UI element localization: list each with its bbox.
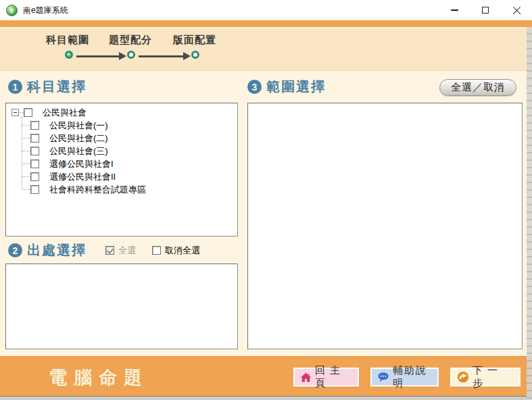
source-list-box[interactable] (5, 264, 238, 349)
chat-bubble-icon (377, 371, 389, 383)
select-all-label: 全選 (118, 245, 136, 257)
section-1-badge: 1 (8, 80, 22, 94)
step-arrow-line-2 (139, 55, 184, 57)
subject-tree-box[interactable]: 公民與社會 公民與社會(一) 公民與社會(二) 公民與社會(三) (5, 103, 238, 236)
section-1-title: 科目選擇 (27, 78, 87, 96)
tree-connector (22, 164, 30, 164)
subject-tree: 公民與社會 公民與社會(一) 公民與社會(二) 公民與社會(三) (6, 103, 237, 196)
home-button-label: 回主頁 (315, 364, 352, 390)
tree-item-label[interactable]: 選修公民與社會II (49, 171, 116, 183)
tree-item-label[interactable]: 社會科跨科整合試題專區 (49, 184, 146, 196)
section-2-badge: 2 (8, 243, 22, 257)
step-circle-3 (191, 51, 199, 59)
step-label-subject-range: 科目範圍 (46, 34, 89, 47)
header-accent-strip (0, 20, 532, 27)
section-3-badge: 3 (247, 80, 262, 94)
minimize-icon (451, 9, 458, 11)
home-button[interactable]: 回主頁 (293, 368, 359, 386)
section-range-header: 3 範圍選擇 (247, 78, 326, 96)
title-bar: e 南e題庫系統 (0, 0, 532, 20)
tree-item-checkbox[interactable] (30, 121, 39, 130)
window-controls (439, 0, 532, 20)
tree-connector (22, 138, 30, 139)
tree-item-row: 公民與社會(三) (22, 145, 237, 157)
step-circle-1-active (65, 51, 73, 59)
range-list-box[interactable] (247, 103, 523, 349)
step-arrow-head-1 (119, 52, 126, 60)
app-logo-icon: e (6, 5, 18, 16)
deselect-all-group: 取消全選 (152, 245, 200, 257)
tree-item-checkbox[interactable] (30, 159, 39, 168)
close-button[interactable] (501, 0, 532, 20)
tree-item-row: 社會科跨科整合試題專區 (22, 183, 237, 196)
tree-connector (22, 176, 30, 177)
tree-root-label[interactable]: 公民與社會 (43, 107, 87, 119)
close-icon (512, 6, 521, 15)
tree-item-label[interactable]: 選修公民與社會I (49, 158, 114, 170)
tree-root-row: 公民與社會 (11, 106, 237, 119)
section-subject-header: 1 科目選擇 (8, 78, 87, 96)
tree-item-row: 公民與社會(二) (22, 132, 237, 145)
tree-collapse-icon[interactable] (11, 109, 19, 116)
tree-item-row: 選修公民與社會II (22, 170, 237, 183)
tree-item-checkbox[interactable] (30, 185, 39, 194)
minimize-button[interactable] (439, 0, 470, 20)
select-all-toggle-button[interactable]: 全選／取消 (439, 79, 516, 96)
footer-buttons: 回主頁 輔助說明 下一步 (293, 368, 521, 386)
step-indicator: 科目範圍 題型配分 版面配置 (0, 27, 532, 71)
tree-item-label[interactable]: 公民與社會(一) (49, 120, 108, 132)
tree-root-checkbox[interactable] (24, 108, 32, 117)
tree-item-checkbox[interactable] (30, 147, 39, 155)
next-step-button[interactable]: 下一步 (450, 368, 521, 386)
step-circle-2 (127, 51, 135, 59)
app-window: e 南e題庫系統 科目範圍 題型配分 版面配置 1 科目選擇 (0, 0, 532, 400)
tree-connector (19, 112, 24, 113)
deselect-all-label: 取消全選 (165, 245, 200, 257)
select-all-checkbox[interactable] (105, 246, 114, 255)
window-title: 南e題庫系統 (23, 5, 68, 16)
section-3-title: 範圍選擇 (266, 78, 326, 96)
step-arrow-head-2 (183, 52, 191, 60)
footer-bar: 電腦命題 回主頁 輔助說明 下一步 (0, 356, 532, 396)
select-all-group: 全選 (105, 245, 136, 257)
tree-item-label[interactable]: 公民與社會(三) (49, 145, 108, 157)
home-icon (300, 372, 312, 383)
deselect-all-checkbox[interactable] (152, 246, 161, 255)
maximize-button[interactable] (470, 0, 501, 20)
tree-item-label[interactable]: 公民與社會(二) (49, 132, 108, 145)
next-button-label: 下一步 (473, 364, 514, 390)
page-title: 電腦命題 (49, 366, 149, 390)
section-2-title: 出處選擇 (27, 241, 87, 259)
step-label-question-type: 題型配分 (109, 34, 152, 47)
help-button[interactable]: 輔助說明 (370, 368, 439, 386)
step-arrow-line-1 (76, 55, 120, 57)
next-arrow-icon (457, 371, 469, 383)
section-source-header: 2 出處選擇 全選 取消全選 (8, 241, 200, 259)
step-label-layout: 版面配置 (173, 34, 216, 47)
tree-connector (22, 125, 30, 126)
tree-connector (22, 189, 30, 190)
window-bottom-edge (0, 396, 532, 400)
tree-item-row: 公民與社會(一) (22, 119, 237, 132)
maximize-icon (482, 7, 489, 14)
tree-item-checkbox[interactable] (30, 172, 39, 181)
tree-item-checkbox[interactable] (30, 134, 39, 143)
help-button-label: 輔助說明 (393, 364, 432, 390)
tree-connector (22, 151, 30, 151)
tree-item-row: 選修公民與社會I (22, 157, 237, 170)
background-window-edge (527, 27, 532, 400)
tree-children: 公民與社會(一) 公民與社會(二) 公民與社會(三) 選修公民與社會I (22, 119, 237, 196)
